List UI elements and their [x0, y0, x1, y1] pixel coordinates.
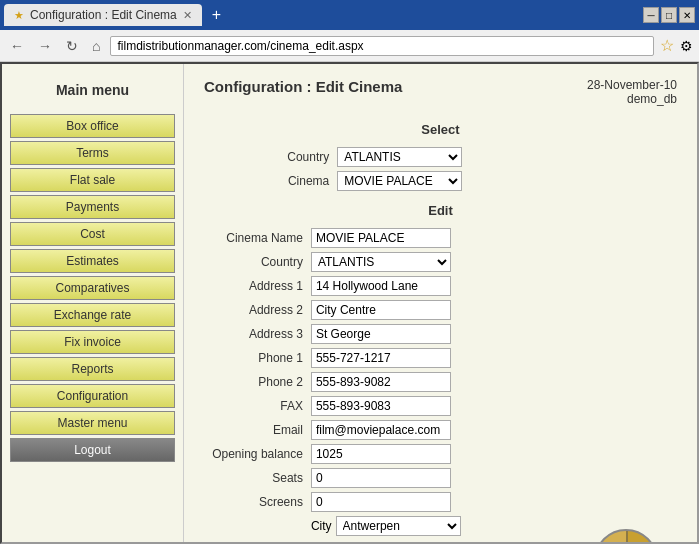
fax-label: FAX [204, 394, 307, 418]
sidebar-item-master-menu[interactable]: Master menu [10, 411, 175, 435]
fax-cell [307, 394, 677, 418]
opening-balance-cell [307, 442, 677, 466]
tab-title: Configuration : Edit Cinema [30, 8, 177, 22]
main-content: Configuration : Edit Cinema 28-November-… [184, 64, 697, 542]
seats-input[interactable] [311, 468, 451, 488]
sidebar: Main menu Box office Terms Flat sale Pay… [2, 64, 184, 542]
sidebar-title: Main menu [10, 82, 175, 98]
address1-cell [307, 274, 677, 298]
favorites-button[interactable]: ☆ [660, 36, 674, 55]
close-button[interactable]: ✕ [679, 7, 695, 23]
cinema-select[interactable]: MOVIE PALACE [337, 171, 462, 191]
page-title: Configuration : Edit Cinema [204, 78, 402, 95]
content-area: Main menu Box office Terms Flat sale Pay… [0, 62, 699, 544]
phone2-row: Phone 2 [204, 370, 677, 394]
opening-balance-input[interactable] [311, 444, 451, 464]
city-label: City [311, 519, 332, 533]
sidebar-item-box-office[interactable]: Box office [10, 114, 175, 138]
home-button[interactable]: ⌂ [88, 36, 104, 56]
select-section-title: Select [204, 122, 677, 137]
cinema-row: Cinema MOVIE PALACE [204, 169, 677, 193]
address-bar[interactable] [110, 36, 654, 56]
tab-close-btn[interactable]: ✕ [183, 9, 192, 22]
refresh-button[interactable]: ↻ [62, 36, 82, 56]
phone2-input[interactable] [311, 372, 451, 392]
window-chrome: ★ Configuration : Edit Cinema ✕ + ─ □ ✕ [0, 0, 699, 30]
sidebar-item-reports[interactable]: Reports [10, 357, 175, 381]
country-cell: ATLANTIS [333, 145, 677, 169]
address2-cell [307, 298, 677, 322]
sidebar-item-exchange-rate[interactable]: Exchange rate [10, 303, 175, 327]
email-input[interactable] [311, 420, 451, 440]
cinema-name-cell [307, 226, 677, 250]
screens-cell [307, 490, 677, 514]
address2-label: Address 2 [204, 298, 307, 322]
new-tab-button[interactable]: + [206, 4, 227, 26]
edit-form: Cinema Name Country ATLANTIS Address 1 [204, 226, 677, 542]
email-label: Email [204, 418, 307, 442]
forward-button[interactable]: → [34, 36, 56, 56]
country2-select[interactable]: ATLANTIS [311, 252, 451, 272]
screens-input[interactable] [311, 492, 451, 512]
fax-input[interactable] [311, 396, 451, 416]
sidebar-item-fix-invoice[interactable]: Fix invoice [10, 330, 175, 354]
sidebar-item-payments[interactable]: Payments [10, 195, 175, 219]
sidebar-item-cost[interactable]: Cost [10, 222, 175, 246]
cinema-cell: MOVIE PALACE [333, 169, 677, 193]
phone2-label: Phone 2 [204, 370, 307, 394]
cinema-name-label: Cinema Name [204, 226, 307, 250]
seats-cell [307, 466, 677, 490]
tools-button[interactable]: ⚙ [680, 38, 693, 54]
sidebar-item-comparatives[interactable]: Comparatives [10, 276, 175, 300]
cinema-name-input[interactable] [311, 228, 451, 248]
address1-row: Address 1 [204, 274, 677, 298]
city-select[interactable]: Antwerpen [336, 516, 461, 536]
country-label: Country [204, 145, 333, 169]
sidebar-item-terms[interactable]: Terms [10, 141, 175, 165]
phone2-cell [307, 370, 677, 394]
window-controls: ─ □ ✕ [643, 7, 695, 23]
city-group: City Antwerpen Submit Delete [311, 516, 461, 542]
email-row: Email [204, 418, 677, 442]
minimize-button[interactable]: ─ [643, 7, 659, 23]
seats-label: Seats [204, 466, 307, 490]
phone1-row: Phone 1 [204, 346, 677, 370]
address3-label: Address 3 [204, 322, 307, 346]
edit-section-title: Edit [204, 203, 677, 218]
address3-cell [307, 322, 677, 346]
address1-input[interactable] [311, 276, 451, 296]
country-row: Country ATLANTIS [204, 145, 677, 169]
fdm-logo: film DISTRIBUTION Manager [491, 529, 658, 542]
sidebar-item-logout[interactable]: Logout [10, 438, 175, 462]
page-meta: 28-November-10 demo_db [587, 78, 677, 106]
country-select[interactable]: ATLANTIS [337, 147, 462, 167]
country2-cell: ATLANTIS [307, 250, 677, 274]
address3-input[interactable] [311, 324, 451, 344]
email-cell [307, 418, 677, 442]
address3-row: Address 3 [204, 322, 677, 346]
browser-bar: ← → ↻ ⌂ ☆ ⚙ [0, 30, 699, 62]
cinema-name-row: Cinema Name [204, 226, 677, 250]
back-button[interactable]: ← [6, 36, 28, 56]
fdm-film-text: film [491, 541, 507, 542]
fdm-text-block: film DISTRIBUTION Manager [491, 539, 588, 542]
sidebar-item-configuration[interactable]: Configuration [10, 384, 175, 408]
opening-balance-row: Opening balance [204, 442, 677, 466]
page-date: 28-November-10 [587, 78, 677, 92]
fdm-support-row: FDM support City Antwerpen Submit Delete [204, 514, 677, 542]
fdm-circle-logo [594, 529, 658, 542]
sidebar-item-estimates[interactable]: Estimates [10, 249, 175, 273]
maximize-button[interactable]: □ [661, 7, 677, 23]
fax-row: FAX [204, 394, 677, 418]
screens-label: Screens [204, 490, 307, 514]
window-tab[interactable]: ★ Configuration : Edit Cinema ✕ [4, 4, 202, 26]
seats-row: Seats [204, 466, 677, 490]
address2-input[interactable] [311, 300, 451, 320]
select-form: Country ATLANTIS Cinema MOVIE PALACE [204, 145, 677, 193]
window-title-bar: ★ Configuration : Edit Cinema ✕ + [4, 4, 227, 26]
opening-balance-label: Opening balance [204, 442, 307, 466]
phone1-input[interactable] [311, 348, 451, 368]
address1-label: Address 1 [204, 274, 307, 298]
sidebar-item-flat-sale[interactable]: Flat sale [10, 168, 175, 192]
country2-row: Country ATLANTIS [204, 250, 677, 274]
